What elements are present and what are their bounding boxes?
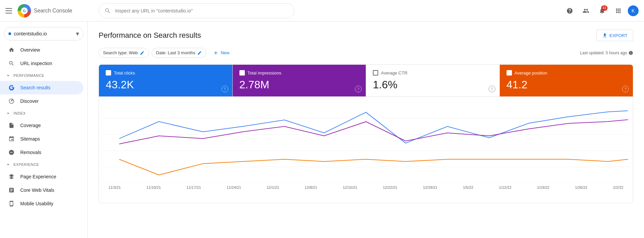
impressions-label: Total impressions (248, 70, 281, 76)
chevron-down-icon: ▾ (76, 30, 79, 37)
sidebar-item-url-inspection[interactable]: URL inspection (0, 57, 83, 70)
sidebar-item-sitemaps-label: Sitemaps (20, 136, 40, 142)
url-search-icon (8, 60, 15, 67)
clicks-value: 43.2K (106, 78, 226, 91)
metric-card-avg-ctr[interactable]: Average CTR 1.6% ? (366, 64, 499, 97)
position-checkbox[interactable] (507, 70, 512, 76)
x-label-13: 2/2/22 (613, 185, 623, 189)
main-content: Performance on Search results EXPORT Sea… (88, 22, 644, 238)
position-label: Average position (515, 70, 547, 76)
ctr-checkbox[interactable] (373, 70, 378, 76)
sidebar-item-core-web-vitals[interactable]: Core Web Vitals (0, 183, 83, 197)
info-icon (628, 51, 633, 55)
impressions-value: 2.78M (239, 78, 359, 91)
date-filter[interactable]: Date: Last 3 months (152, 48, 206, 58)
metric-card-total-clicks[interactable]: Total clicks 43.2K ? (99, 64, 232, 97)
export-label: EXPORT (610, 33, 627, 38)
x-label-7: 12/22/21 (383, 185, 397, 189)
coverage-icon (8, 122, 15, 129)
x-label-2: 11/17/21 (186, 185, 201, 189)
sidebar-item-url-inspection-label: URL inspection (20, 61, 52, 66)
ctr-value: 1.6% (373, 78, 493, 91)
download-icon (602, 33, 608, 38)
sidebar-item-removals[interactable]: Removals (0, 146, 83, 159)
x-label-8: 12/29/21 (423, 185, 437, 189)
sidebar-item-discover[interactable]: Discover (0, 94, 83, 108)
manage-users-icon (583, 7, 589, 14)
sidebar-section-performance-label: Performance (14, 73, 44, 78)
help-icon (566, 7, 573, 14)
sitemaps-icon (8, 136, 15, 142)
section-collapse-icon (5, 73, 11, 78)
sidebar-item-page-experience[interactable]: Page Experience (0, 170, 83, 183)
help-button[interactable] (563, 4, 576, 18)
core-web-vitals-icon (8, 187, 15, 194)
position-help-icon[interactable]: ? (622, 86, 629, 92)
sidebar-item-overview[interactable]: Overview (0, 43, 83, 57)
metric-cards: Total clicks 43.2K ? Total impressions 2… (99, 64, 633, 97)
x-label-12: 1/26/22 (575, 185, 588, 189)
sidebar-section-experience[interactable]: Experience (0, 159, 87, 170)
edit-date-icon (197, 51, 202, 55)
notification-count: 43 (601, 5, 608, 11)
notification-button[interactable]: 43 (595, 4, 609, 18)
sidebar: contentstudio.io ▾ Overview URL inspecti… (0, 22, 88, 238)
x-label-1: 11/10/21 (147, 185, 161, 189)
topbar-right: 43 K (563, 4, 639, 18)
apps-button[interactable] (612, 4, 625, 18)
sidebar-section-index[interactable]: Index (0, 108, 87, 119)
topbar: G Search Console 43 (0, 0, 644, 22)
search-type-filter[interactable]: Search type: Web (99, 48, 149, 58)
sidebar-item-search-results-label: Search results (20, 85, 50, 90)
main-layout: contentstudio.io ▾ Overview URL inspecti… (0, 22, 644, 238)
edit-icon (140, 51, 145, 55)
metric-card-total-impressions[interactable]: Total impressions 2.78M ? (232, 64, 366, 97)
x-label-4: 12/1/21 (267, 185, 279, 189)
x-label-11: 1/19/22 (537, 185, 549, 189)
sidebar-item-mobile-usability[interactable]: Mobile Usability (0, 197, 83, 210)
sidebar-item-coverage-label: Coverage (20, 123, 41, 128)
clicks-help-icon[interactable]: ? (222, 86, 228, 92)
property-name: contentstudio.io (14, 31, 73, 36)
apps-icon (615, 7, 622, 14)
new-filter-button[interactable]: New (209, 48, 233, 58)
section-collapse-icon2 (5, 111, 11, 116)
impressions-help-icon[interactable]: ? (355, 86, 362, 92)
search-type-label: Search type: Web (103, 50, 138, 55)
performance-chart (102, 102, 630, 183)
position-value: 41.2 (507, 78, 626, 91)
impressions-checkbox[interactable] (239, 70, 245, 76)
clicks-label: Total clicks (114, 70, 135, 76)
clicks-checkbox[interactable] (106, 70, 111, 76)
export-button[interactable]: EXPORT (596, 30, 633, 41)
x-label-9: 1/5/22 (463, 185, 473, 189)
sidebar-item-mobile-usability-label: Mobile Usability (20, 201, 53, 206)
chart-container: 11/3/21 11/10/21 11/17/21 11/24/21 12/1/… (99, 97, 633, 203)
search-bar[interactable] (99, 3, 294, 18)
sidebar-item-coverage[interactable]: Coverage (0, 119, 83, 132)
manage-users-button[interactable] (579, 4, 593, 18)
x-label-6: 12/15/21 (343, 185, 357, 189)
section-collapse-icon3 (5, 162, 11, 167)
property-dot (8, 32, 11, 35)
removals-icon (8, 149, 15, 156)
app-title: Search Console (34, 8, 72, 14)
sidebar-item-overview-label: Overview (20, 47, 40, 53)
sidebar-item-search-results[interactable]: Search results (0, 81, 83, 94)
metric-card-avg-position[interactable]: Average position 41.2 ? (499, 64, 634, 97)
property-selector[interactable]: contentstudio.io ▾ (4, 27, 83, 40)
logo-g-letter: G (21, 7, 28, 14)
home-icon (8, 47, 15, 53)
menu-icon[interactable] (5, 7, 14, 15)
filter-bar: Search type: Web Date: Last 3 months New… (99, 48, 633, 58)
sidebar-item-core-web-vitals-label: Core Web Vitals (20, 187, 54, 193)
sidebar-section-performance[interactable]: Performance (0, 70, 87, 81)
last-updated-text: Last updated: 5 hours ago (580, 51, 627, 55)
last-updated: Last updated: 5 hours ago (580, 51, 633, 55)
sidebar-item-sitemaps[interactable]: Sitemaps (0, 132, 83, 146)
ctr-help-icon[interactable]: ? (489, 86, 495, 92)
search-input[interactable] (115, 8, 289, 13)
avatar[interactable]: K (628, 5, 639, 16)
sidebar-item-removals-label: Removals (20, 150, 41, 155)
page-title: Performance on Search results (99, 31, 201, 40)
